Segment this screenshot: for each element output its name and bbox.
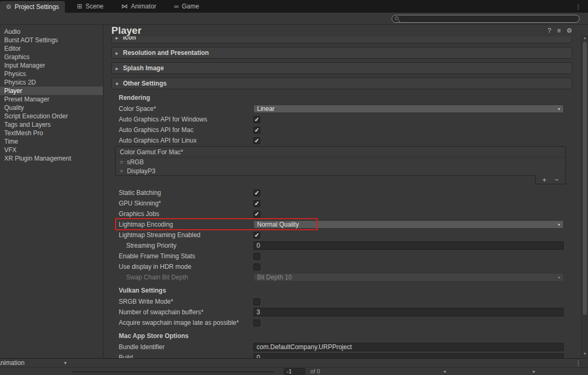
sidebar-item-physics-2d[interactable]: Physics 2D [0,78,103,87]
presets-icon[interactable]: ≡ [557,27,561,34]
scrollbar-thumb[interactable] [583,42,587,315]
add-button[interactable]: + [542,176,546,183]
section-resolution-and-presentation[interactable]: ▸ Resolution and Presentation [111,47,572,59]
graphics-jobs-label: Graphics Jobs [119,210,253,218]
static-batching-checkbox[interactable]: ✓ [253,190,260,196]
auto-api-linux-checkbox[interactable]: ✓ [253,137,260,144]
sidebar-item-textmesh-pro[interactable]: TextMesh Pro [0,129,103,137]
search-box[interactable] [392,15,580,23]
scroll-left-icon[interactable]: ◄ [442,369,447,374]
row-swap-chain-bit-depth: Swap Chain Bit Depth Bit Depth 10 ▾ [119,272,564,283]
sidebar-item-preset-manager[interactable]: Preset Manager [0,95,103,104]
drag-handle-icon[interactable]: = [120,159,123,165]
color-gamut-list-footer: + − [535,175,566,184]
sidebar-item-quality[interactable]: Quality [0,104,103,112]
chevron-down-icon: ▾ [116,81,123,87]
list-item[interactable]: = sRGB [116,157,565,166]
project-settings-content: Audio Burst AOT Settings Editor Graphics… [0,25,588,358]
vertical-scrollbar[interactable]: ▲ ▼ [581,35,588,357]
srgb-write-mode-label: SRGB Write Mode* [119,298,253,305]
animation-bottom-bar: of 0 ◄ ► [0,367,588,375]
group-heading-vulkan: Vulkan Settings [119,286,564,295]
sidebar-item-burst-aot-settings[interactable]: Burst AOT Settings [0,36,103,44]
section-icon[interactable]: ▸ Icon [111,36,572,43]
section-label: Resolution and Presentation [123,49,209,57]
row-streaming-priority: Streaming Priority [119,240,564,251]
scroll-up-icon[interactable]: ▲ [582,35,588,41]
gear-icon[interactable]: ⚙ [566,27,572,34]
sidebar-item-vfx[interactable]: VFX [0,146,103,154]
frame-timing-stats-checkbox[interactable] [253,253,260,260]
check-icon: ✓ [254,117,259,123]
settings-category-sidebar: Audio Burst AOT Settings Editor Graphics… [0,25,103,358]
auto-api-mac-checkbox[interactable]: ✓ [253,127,260,134]
streaming-priority-field[interactable] [253,241,564,250]
check-icon: ✓ [254,232,259,238]
hdr-mode-checkbox[interactable] [253,264,260,270]
tab-animation[interactable]: Animation ▾ [0,359,67,367]
lightmap-encoding-dropdown[interactable]: Normal Quality ▾ [253,220,564,229]
drag-handle-icon[interactable]: = [120,168,123,174]
row-srgb-write-mode: SRGB Write Mode* [119,296,564,307]
animation-window-strip: Animation ▾ ⋮ [0,358,588,367]
chevron-right-icon: ▸ [116,50,123,56]
chevron-right-icon: ▸ [116,65,123,71]
color-gamut-list: Color Gamut For Mac* = sRGB = DisplayP3 [115,146,566,176]
tab-animator[interactable]: ⋈ Animator [116,0,162,13]
auto-api-windows-checkbox[interactable]: ✓ [253,116,260,123]
bundle-identifier-field[interactable] [253,343,564,351]
panel-header: Player ? ≡ ⚙ [104,25,581,36]
sidebar-item-script-execution-order[interactable]: Script Execution Order [0,112,103,120]
search-input[interactable] [400,16,579,22]
sidebar-item-editor[interactable]: Editor [0,44,103,53]
sidebar-item-player[interactable]: Player [0,87,103,95]
tabbar-context-menu-icon[interactable]: ⋮ [568,0,588,13]
swapchain-buffers-label: Number of swapchain buffers* [119,308,253,316]
scroll-right-icon[interactable]: ► [532,369,536,374]
row-build: Build [119,352,564,358]
sidebar-item-graphics[interactable]: Graphics [0,53,103,61]
tab-project-settings[interactable]: ⚙ Project Settings [0,1,65,13]
swap-chain-label: Swap Chain Bit Depth [126,274,253,281]
tab-label: Project Settings [15,3,59,11]
row-graphics-jobs: Graphics Jobs ✓ [119,209,564,219]
sidebar-item-time[interactable]: Time [0,137,103,146]
row-color-space: Color Space* Linear ▾ [119,104,564,114]
row-auto-graphics-api-mac: Auto Graphics API for Mac ✓ [119,125,564,135]
swapchain-buffers-field[interactable] [253,308,564,316]
sidebar-item-input-manager[interactable]: Input Manager [0,61,103,70]
tab-label: Scene [86,3,103,10]
list-item[interactable]: = DisplayP3 [116,166,565,175]
animation-context-menu-icon[interactable]: ⋮ [575,359,588,367]
remove-button[interactable]: − [555,176,559,183]
scene-grid-icon: ⊞ [77,3,82,10]
section-other-settings[interactable]: ▾ Other Settings [111,78,572,89]
chevron-right-icon: ▸ [116,36,123,41]
scroll-down-icon[interactable]: ▼ [582,351,588,357]
other-settings-body: Rendering Color Space* Linear ▾ Auto Gra… [111,93,572,358]
row-auto-graphics-api-windows: Auto Graphics API for Windows ✓ [119,114,564,125]
acquire-swapchain-late-checkbox[interactable] [253,320,260,326]
tab-game[interactable]: ∞ Game [168,0,205,13]
sidebar-item-audio[interactable]: Audio [0,27,103,36]
frame-number-field[interactable] [284,368,305,374]
timeline-scrollbar[interactable] [71,371,274,372]
tab-label: Animator [131,3,156,10]
graphics-jobs-checkbox[interactable]: ✓ [253,211,260,218]
sidebar-item-xr-plugin-management[interactable]: XR Plugin Management [0,154,103,163]
help-icon[interactable]: ? [548,27,552,34]
color-gamut-list-header: Color Gamut For Mac* [116,147,565,157]
section-splash-image[interactable]: ▸ Splash Image [111,62,572,74]
lightmap-streaming-checkbox[interactable]: ✓ [253,232,260,239]
color-space-dropdown[interactable]: Linear ▾ [253,105,564,113]
srgb-write-mode-checkbox[interactable] [253,298,260,305]
project-settings-toolbar [0,13,588,25]
sidebar-item-tags-and-layers[interactable]: Tags and Layers [0,120,103,129]
sidebar-item-physics[interactable]: Physics [0,70,103,78]
gpu-skinning-checkbox[interactable]: ✓ [253,200,260,207]
build-field[interactable] [253,353,564,358]
dropdown-value: Bit Depth 10 [257,274,292,281]
gamepad-icon: ∞ [174,3,179,10]
tab-scene[interactable]: ⊞ Scene [71,0,109,13]
auto-api-windows-label: Auto Graphics API for Windows [119,116,253,123]
